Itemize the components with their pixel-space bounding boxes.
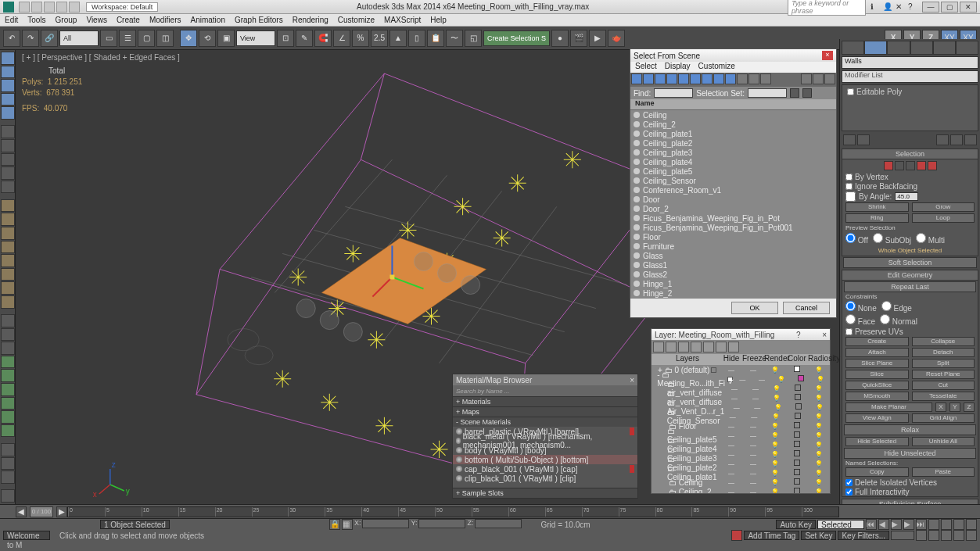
create-light6[interactable]	[1, 424, 15, 438]
create-railing[interactable]	[1, 328, 15, 342]
material-item[interactable]: cap_black_001 ( VRayMtl ) [cap]	[453, 464, 637, 474]
material-item[interactable]: bottom ( Multi/Sub-Object ) [bottom]	[453, 455, 637, 464]
filter-warp[interactable]	[690, 73, 701, 84]
by-vertex-check[interactable]	[845, 174, 853, 181]
help-search[interactable]: Type a keyword or phrase	[788, 0, 866, 16]
create-light3[interactable]	[1, 383, 15, 396]
sel-element[interactable]	[928, 161, 937, 170]
reset-plane-button[interactable]: Reset Plane	[912, 370, 975, 379]
create-wall[interactable]	[1, 342, 15, 355]
create-light4[interactable]	[1, 397, 15, 410]
scale-button[interactable]: ▣	[217, 30, 235, 47]
create-spindle[interactable]	[1, 281, 15, 295]
spinner-snap[interactable]: 2.5	[371, 30, 388, 47]
layer-row[interactable]: 🗀 Ceiling_plate1 ——💡💡	[652, 468, 830, 478]
viewport-nav2[interactable]	[941, 519, 952, 530]
timeline-left-icon[interactable]: ◀	[16, 506, 27, 517]
setkey-button[interactable]: Set Key	[801, 531, 836, 540]
sel-poly[interactable]	[917, 161, 926, 170]
create-light2[interactable]	[1, 369, 15, 382]
ignore-back-check[interactable]	[845, 183, 853, 190]
create-chamfer-box[interactable]	[1, 227, 15, 240]
layer-list[interactable]: + 🗀 0 (default) ——💡💡- 🗀 Meeting_Ro...ith…	[652, 365, 830, 493]
layer-manager[interactable]: 📋	[427, 30, 444, 47]
tessellate-button[interactable]: Tessellate	[912, 392, 975, 401]
named-selection[interactable]: Create Selection S	[483, 30, 550, 46]
scene-item[interactable]: Ceiling_Sensor	[630, 176, 836, 185]
help-icon[interactable]: ?	[908, 2, 917, 12]
scene-item[interactable]: Glass1	[630, 260, 836, 270]
filter-camera[interactable]	[666, 73, 677, 84]
by-angle-check[interactable]	[845, 191, 856, 202]
quick-redo[interactable]	[69, 2, 80, 13]
viewport-nav6[interactable]	[941, 530, 952, 541]
sel-vertex[interactable]	[884, 161, 893, 170]
schematic-view[interactable]: ◱	[465, 30, 482, 47]
rotate-button[interactable]: ⟲	[199, 30, 216, 47]
lock-selection[interactable]: 🔒	[329, 519, 340, 530]
time-ruler[interactable]: 0510152025303540455055606570758085909510…	[67, 506, 839, 517]
msmooth-button[interactable]: MSmooth	[845, 392, 909, 401]
modifier-list-dropdown[interactable]: Modifier List	[842, 70, 978, 83]
filter-none[interactable]	[748, 73, 759, 84]
curve-editor[interactable]: 〜	[446, 30, 463, 47]
create-teapot[interactable]	[1, 166, 15, 180]
grid-align-button[interactable]: Grid Align	[912, 413, 975, 423]
play-prev[interactable]: ◀	[878, 519, 889, 530]
scene-object-list[interactable]: CeilingCeiling_2Ceiling_plate1Ceiling_pl…	[630, 110, 836, 299]
view-align-button[interactable]: View Align	[845, 413, 909, 423]
minimize-button[interactable]: —	[922, 2, 939, 13]
window-crossing[interactable]: ◫	[156, 30, 174, 47]
material-close-icon[interactable]: ×	[630, 376, 634, 385]
hide-unselected-button[interactable]: Hide Unselected	[844, 448, 976, 459]
select-menu[interactable]: Select	[635, 62, 657, 73]
app-icon[interactable]	[3, 2, 14, 13]
relax-button[interactable]: Relax	[844, 424, 976, 435]
scene-item[interactable]: Floor	[630, 232, 836, 242]
display-menu[interactable]: Display	[665, 62, 691, 73]
name-column-header[interactable]: Name	[630, 99, 836, 110]
mirror-button[interactable]: ▲	[389, 30, 407, 47]
angle-input[interactable]	[895, 192, 918, 201]
selection-set-input[interactable]	[748, 88, 787, 98]
tab-utilities[interactable]	[956, 41, 978, 55]
stack-unique[interactable]	[936, 134, 949, 145]
maps-section[interactable]: + Maps	[453, 406, 637, 417]
viewport-nav1[interactable]	[928, 519, 939, 530]
filter-bone[interactable]	[725, 73, 736, 84]
create-chamfer-cyl[interactable]	[1, 241, 15, 254]
play-next[interactable]: ▶	[903, 519, 914, 530]
filter-group[interactable]	[702, 73, 713, 84]
make-planar-button[interactable]: Make Planar	[845, 403, 932, 412]
scene-item[interactable]: Ficus_Benjamina_Weeping_Fig_in_Pot	[630, 213, 836, 223]
view-tree[interactable]	[813, 73, 824, 84]
preview-multi[interactable]	[916, 233, 926, 243]
layer-hide[interactable]	[716, 342, 727, 352]
grow-button[interactable]: Grow	[912, 202, 975, 212]
scene-item[interactable]: Conference_Room_v1	[630, 185, 836, 195]
find-input[interactable]	[654, 88, 693, 98]
create-light5[interactable]	[1, 410, 15, 424]
create-tube[interactable]	[1, 125, 15, 138]
tab-display[interactable]	[933, 41, 956, 55]
select-by-name[interactable]: ☰	[119, 30, 136, 47]
x-input[interactable]	[362, 519, 409, 528]
filter-shape[interactable]	[643, 73, 654, 84]
soft-selection-rollout[interactable]: Soft Selection	[843, 257, 977, 268]
key-filters-button[interactable]: Key Filters...	[838, 531, 889, 540]
layer-close-icon[interactable]: ×	[822, 331, 827, 339]
quick-new[interactable]	[19, 2, 30, 13]
quick-undo[interactable]	[56, 2, 67, 13]
play-start[interactable]: ⏮	[866, 519, 877, 530]
sample-slots-section[interactable]: + Sample Slots	[453, 488, 637, 498]
align-button[interactable]: ▯	[408, 30, 425, 47]
selection-filter[interactable]: All	[59, 30, 99, 46]
create-helper[interactable]	[1, 470, 15, 484]
time-config[interactable]	[916, 530, 927, 541]
manipulate-button[interactable]: ✎	[296, 30, 313, 47]
selset-btn1[interactable]	[790, 88, 799, 98]
render-setup[interactable]: 🎬	[570, 30, 587, 47]
full-int-check[interactable]	[845, 488, 853, 496]
abs-rel-toggle[interactable]: ▦	[342, 519, 353, 530]
menu-create[interactable]: Create	[117, 16, 140, 24]
